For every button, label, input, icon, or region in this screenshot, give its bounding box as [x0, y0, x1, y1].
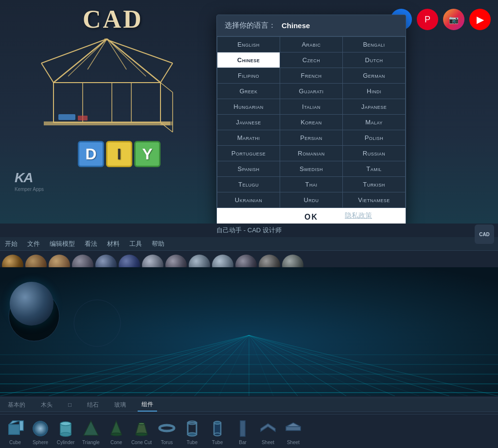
- pinterest-icon[interactable]: P: [417, 9, 438, 30]
- diy-block-d: D: [78, 141, 104, 167]
- svg-line-3: [107, 39, 160, 83]
- svg-line-5: [160, 63, 173, 83]
- cylinder-label: Cylinder: [57, 440, 75, 445]
- cone-label: Cone: [110, 440, 122, 445]
- torus-label: Torus: [161, 440, 173, 445]
- language-cell-ukrainian[interactable]: Ukrainian: [217, 192, 280, 207]
- svg-point-68: [111, 433, 122, 436]
- tube2-label: Tube: [212, 440, 223, 445]
- triangle-icon: [80, 417, 102, 439]
- tube-icon: [181, 417, 203, 439]
- language-cell-portuguese[interactable]: Portuguese: [217, 146, 280, 161]
- viewport-sphere: [10, 282, 53, 326]
- app-title: 自己动手 - CAD 设计师: [216, 226, 282, 235]
- menu-item-材料[interactable]: 材料: [107, 240, 120, 248]
- instagram-icon[interactable]: 📷: [443, 9, 464, 30]
- bottom-tab-4[interactable]: 玻璃: [110, 399, 130, 411]
- svg-point-65: [60, 432, 71, 436]
- shape-item-torus[interactable]: Torus: [156, 417, 178, 445]
- language-cell-italian[interactable]: Italian: [280, 99, 342, 114]
- cone-cut-icon: [131, 417, 152, 439]
- shape-item-triangle[interactable]: Triangle: [80, 417, 102, 445]
- app-logo-text: CAD: [479, 232, 490, 237]
- shape-item-cone-cut[interactable]: Cone Cut: [130, 417, 153, 445]
- language-cell-french[interactable]: French: [280, 68, 342, 83]
- language-cell-malay[interactable]: Malay: [343, 115, 405, 130]
- language-cell-arabic[interactable]: Arabic: [280, 37, 342, 52]
- bottom-tab-2[interactable]: □: [64, 399, 75, 410]
- torus-icon: [156, 417, 178, 439]
- language-cell-spanish[interactable]: Spanish: [217, 161, 280, 176]
- language-cell-persian[interactable]: Persian: [280, 130, 342, 145]
- bottom-tab-0[interactable]: 基本的: [4, 399, 29, 411]
- language-cell-swedish[interactable]: Swedish: [280, 161, 342, 176]
- language-cell-japanese[interactable]: Japanese: [343, 99, 405, 114]
- language-cell-filipino[interactable]: Filipino: [217, 68, 280, 83]
- language-cell-greek[interactable]: Greek: [217, 84, 280, 99]
- svg-rect-79: [240, 421, 245, 436]
- svg-point-75: [188, 433, 196, 436]
- menu-item-编辑模型[interactable]: 编辑模型: [50, 240, 75, 248]
- language-cell-turkish[interactable]: Turkish: [343, 177, 405, 192]
- language-cell-chinese[interactable]: Chinese: [217, 52, 280, 68]
- svg-point-70: [139, 423, 144, 425]
- shape-item-sphere[interactable]: Sphere: [29, 417, 52, 445]
- shape-item-cylinder[interactable]: Cylinder: [54, 417, 77, 445]
- shape-item-bar[interactable]: Bar: [231, 417, 254, 445]
- language-cell-bengali[interactable]: Bengali: [343, 37, 405, 52]
- bottom-tab-1[interactable]: 木头: [37, 399, 56, 411]
- svg-line-7: [41, 39, 107, 63]
- bottom-tab-3[interactable]: 结石: [83, 399, 103, 411]
- menu-item-看法[interactable]: 看法: [85, 240, 97, 248]
- shape-item-tube2[interactable]: Tube: [206, 417, 229, 445]
- language-cell-german[interactable]: German: [343, 68, 405, 83]
- menu-item-文件[interactable]: 文件: [27, 240, 40, 248]
- bottom-tab-5[interactable]: 组件: [138, 398, 157, 412]
- language-cell-javanese[interactable]: Javanese: [217, 115, 280, 130]
- language-cell-tamil[interactable]: Tamil: [343, 161, 405, 176]
- menu-item-工具[interactable]: 工具: [129, 240, 142, 248]
- menu-item-开始[interactable]: 开始: [5, 240, 18, 248]
- svg-line-6: [41, 63, 53, 83]
- cone-cut-label: Cone Cut: [131, 440, 152, 445]
- language-cell-czech[interactable]: Czech: [280, 52, 342, 68]
- youtube-icon[interactable]: ▶: [469, 9, 491, 30]
- language-cell-hungarian[interactable]: Hungarian: [217, 99, 280, 114]
- sheet2-icon: [283, 417, 304, 439]
- cylinder-icon: [55, 417, 76, 439]
- svg-rect-20: [58, 114, 75, 120]
- sheet2-label: Sheet: [287, 440, 300, 445]
- shape-item-cube[interactable]: Cube: [4, 417, 26, 445]
- svg-point-62: [33, 421, 48, 436]
- language-cell-dutch[interactable]: Dutch: [343, 52, 405, 68]
- language-cell-hindi[interactable]: Hindi: [343, 84, 405, 99]
- bar-icon: [232, 417, 253, 439]
- diy-block-y: Y: [134, 141, 160, 167]
- language-cell-romanian[interactable]: Romanian: [280, 146, 342, 161]
- language-cell-thai[interactable]: Thai: [280, 177, 342, 192]
- language-header-label: 选择你的语言：: [225, 21, 276, 30]
- svg-marker-67: [111, 421, 122, 434]
- language-selected-value: Chinese: [282, 21, 310, 30]
- svg-point-78: [214, 433, 221, 436]
- shape-item-sheet[interactable]: Sheet: [257, 417, 279, 445]
- svg-point-64: [60, 422, 71, 426]
- app-logo-badge: CAD: [475, 224, 494, 244]
- language-cell-korean[interactable]: Korean: [280, 115, 342, 130]
- language-cell-russian[interactable]: Russian: [343, 146, 405, 161]
- language-cell-urdu[interactable]: Urdu: [280, 192, 342, 207]
- language-cell-telugu[interactable]: Telugu: [217, 177, 280, 192]
- cube-icon: [4, 417, 26, 439]
- 3d-viewport[interactable]: 质地： 拼种 X Y 抵滑 X Y: [0, 267, 498, 396]
- shape-item-sheet2[interactable]: Sheet: [282, 417, 304, 445]
- triangle-label: Triangle: [82, 440, 100, 445]
- shape-item-tube[interactable]: Tube: [181, 417, 203, 445]
- language-cell-english[interactable]: English: [217, 37, 280, 52]
- language-cell-gujarati[interactable]: Gujarati: [280, 84, 342, 99]
- privacy-policy-link[interactable]: 隐私政策: [219, 211, 498, 220]
- menu-item-帮助[interactable]: 帮助: [152, 240, 164, 248]
- language-cell-marathi[interactable]: Marathi: [217, 130, 280, 145]
- language-cell-polish[interactable]: Polish: [343, 130, 405, 145]
- shape-item-cone[interactable]: Cone: [105, 417, 127, 445]
- language-cell-vietnamese[interactable]: Vietnamese: [343, 192, 405, 207]
